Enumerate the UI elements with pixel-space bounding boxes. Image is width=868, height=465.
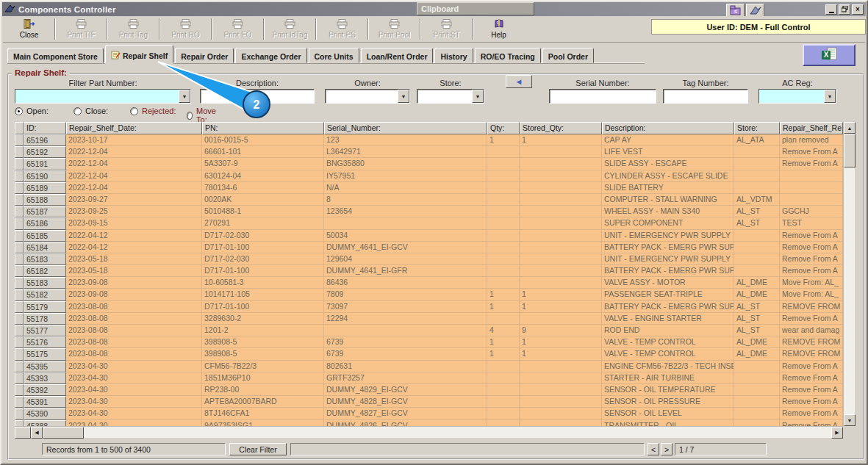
restore-button[interactable] [839,4,850,15]
column-header-description[interactable]: Description: [602,122,734,134]
cell[interactable]: Remove From A [780,396,843,408]
cell[interactable] [487,396,520,408]
cell[interactable]: 45395 [24,361,66,372]
cell[interactable]: 2023-05-18 [66,265,202,277]
cell[interactable]: RP238-00 [202,384,324,396]
cell[interactable]: 2022-12-04 [66,182,202,194]
next-page-button[interactable]: > [661,443,672,455]
row-selector[interactable] [15,336,24,348]
cell[interactable]: 65190 [24,170,66,182]
cell[interactable] [520,420,602,427]
cell[interactable]: AL_DME [734,289,780,300]
radio-button-icon[interactable] [73,107,82,115]
cell[interactable]: 9A97353ISG1 [202,420,324,427]
cell[interactable]: Remove From A [780,420,843,427]
cell[interactable]: 1 [520,336,602,348]
cell[interactable]: 780134-6 [202,182,324,194]
toolbar-button-print-ps[interactable]: Print PS [319,18,365,41]
toolbar-button-print-st[interactable]: Print ST [423,18,470,41]
cell[interactable] [520,408,602,419]
cell[interactable]: AL_DME [734,336,780,348]
cell[interactable] [734,396,780,408]
cell[interactable] [520,206,602,217]
cell[interactable] [487,230,520,242]
cell[interactable]: BATTERY PACK - EMERG PWR SUPPLY [602,301,734,313]
cell[interactable] [520,194,602,206]
toolbar-button-close[interactable]: Close [6,18,52,41]
horizontal-scroll-thumb[interactable] [43,427,84,439]
chevron-down-icon[interactable]: ▼ [824,90,836,103]
cell[interactable]: Remove From A [780,242,843,253]
cell[interactable] [734,361,780,372]
radio-rejected[interactable]: Rejected: [130,107,176,115]
cell[interactable] [734,182,780,194]
column-header-stored-qty[interactable]: Stored_Qty: [520,122,602,134]
row-selector[interactable] [15,182,24,194]
row-selector[interactable] [15,170,24,182]
cell[interactable]: 65182 [24,265,66,277]
vertical-scroll-track[interactable] [844,167,855,414]
row-selector[interactable] [15,313,24,325]
cell[interactable]: Move From: AL_ [780,277,843,289]
horizontal-scrollbar[interactable]: ◀ ▶ [15,426,843,438]
cell[interactable] [734,408,780,419]
cell[interactable] [520,277,602,289]
cell[interactable] [734,420,780,427]
column-header-repair-shelf-re[interactable]: Repair_Shelf_Re [780,122,843,134]
cell[interactable]: 9 [520,325,602,336]
cell[interactable] [520,384,602,396]
cell[interactable] [487,242,520,253]
cell[interactable]: 630124-04 [202,170,324,182]
tab-exchange-order[interactable]: Exchange Order [235,48,306,63]
cell[interactable] [520,361,602,372]
cell[interactable]: ROD END [602,325,734,336]
serial-number-input[interactable] [549,89,656,104]
cell[interactable] [487,217,520,229]
scroll-left-icon[interactable]: ◀ [31,427,43,439]
cell[interactable] [487,265,520,277]
cell[interactable]: 2023-09-15 [66,217,202,229]
cell[interactable]: plan removed [780,134,843,146]
cell[interactable]: 73097 [324,301,487,313]
cell[interactable]: 55183 [24,277,66,289]
cell[interactable] [520,182,602,194]
tab-core-units[interactable]: Core Units [309,48,359,63]
cell[interactable]: 1201-2 [202,325,324,336]
cell[interactable]: Remove From A [780,372,843,384]
chevron-down-icon[interactable]: ▼ [179,90,190,103]
cell[interactable]: 45391 [24,396,66,408]
cell[interactable] [324,325,487,336]
cell[interactable]: Remove From A [780,384,843,396]
cell[interactable]: 2023-04-30 [66,361,202,372]
cell[interactable]: GGCHJ [780,206,843,217]
tab-pool-order[interactable]: Pool Order [542,48,594,63]
cell[interactable]: VALVE ASSY - MOTOR [602,277,734,289]
row-selector[interactable] [15,146,24,158]
cell[interactable]: SLIDE ASSY - ESCAPE [602,158,734,170]
cell[interactable] [487,206,520,217]
cell[interactable] [520,265,602,277]
cell[interactable]: 2023-09-08 [66,277,202,289]
row-selector[interactable] [15,134,24,146]
cell[interactable]: 45388 [24,420,66,427]
cell[interactable]: 65191 [24,158,66,170]
cell[interactable]: DUMMY_4829_EI-GCV [324,384,487,396]
cell[interactable]: VALVE - TEMP CONTROL [602,348,734,360]
cell[interactable] [780,194,843,206]
cell[interactable] [487,253,520,265]
cell[interactable]: Remove From A [780,230,843,242]
cell[interactable] [734,265,780,277]
cell[interactable]: DUMMY_4641_EI-GFR [324,265,487,277]
cell[interactable]: 2023-08-08 [66,348,202,360]
cell[interactable]: UNIT - EMERGENCY PWR SUPPLY [602,230,734,242]
cell[interactable]: AL_DME [734,277,780,289]
cell[interactable]: 270291 [202,217,324,229]
cell[interactable] [520,230,602,242]
cell[interactable]: Remove From A [780,146,843,158]
cell[interactable]: 65196 [24,134,66,146]
cell[interactable]: 65186 [24,217,66,229]
cell[interactable]: CYLINDER ASSY - ESCAPE SLIDE [602,170,734,182]
cell[interactable]: 5A3307-9 [202,158,324,170]
cell[interactable] [520,146,602,158]
cell[interactable]: AL_DME [734,348,780,360]
